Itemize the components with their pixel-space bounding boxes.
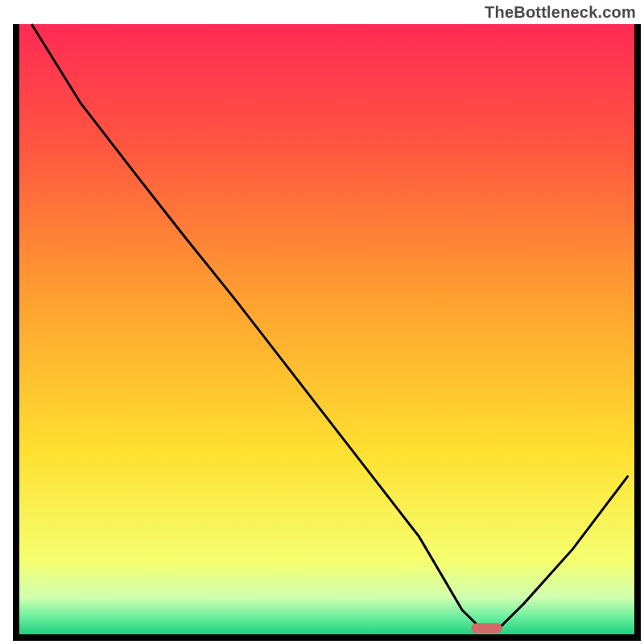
- optimal-marker: [472, 623, 502, 633]
- axis-frame: [13, 24, 19, 641]
- plot-background: [19, 24, 634, 634]
- watermark-text: TheBottleneck.com: [485, 3, 636, 22]
- bottleneck-chart: [0, 0, 644, 644]
- axis-frame: [13, 634, 641, 641]
- chart-container: { "watermark": "TheBottleneck.com", "cha…: [0, 0, 644, 644]
- axis-frame: [634, 24, 641, 641]
